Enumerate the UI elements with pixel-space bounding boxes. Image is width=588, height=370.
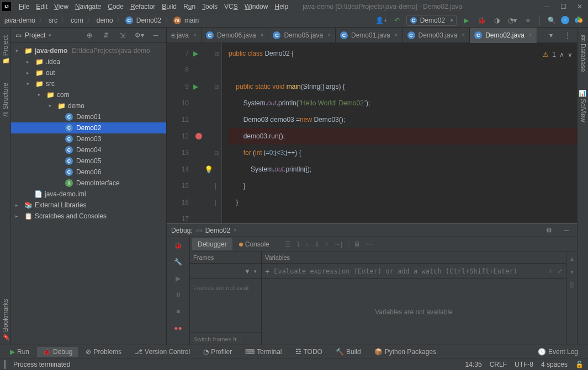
tab-demo03[interactable]: CDemo03.java× (403, 28, 470, 43)
run-button[interactable]: ▶ (460, 14, 472, 26)
resume-button[interactable]: ▶ (173, 274, 183, 283)
tw-profiler[interactable]: ◔Profiler (198, 347, 237, 357)
tree-com[interactable]: ▾📁com (11, 89, 166, 100)
tree-external-libs[interactable]: ▸📚External Libraries (11, 200, 166, 211)
pause-button[interactable]: ⏸ (173, 290, 183, 300)
search-button[interactable]: 🔍 (545, 14, 558, 26)
menu-refactor[interactable]: Refactor (127, 2, 158, 12)
add-button[interactable]: + (549, 267, 553, 275)
tw-run[interactable]: ▶Run (4, 347, 35, 357)
rerun-button[interactable]: 🐞 (173, 240, 183, 250)
debug-config-label[interactable]: Demo02 (205, 227, 230, 234)
code-area[interactable]: ⚠1∧∨ public class Demo02 { public static… (222, 43, 577, 223)
run-gutter[interactable]: ▶ ▶ (193, 43, 204, 223)
tree-iml[interactable]: 📄java-demo.iml (11, 189, 166, 200)
tab-e[interactable]: e.java× (167, 28, 202, 43)
filter-icon[interactable]: ▼ (244, 267, 251, 275)
menu-window[interactable]: Window (241, 2, 272, 12)
tab-demo01[interactable]: CDemo01.java× (336, 28, 403, 43)
add-watch-button[interactable]: + (265, 267, 269, 276)
close-icon[interactable]: × (327, 32, 331, 38)
modify-run-config-button[interactable]: 🔧 (173, 257, 183, 267)
tab-more-button[interactable]: ⋮ (561, 29, 574, 41)
tree-file-demo01[interactable]: CDemo01 (11, 111, 166, 122)
down-button[interactable]: ▾ (570, 268, 574, 276)
close-icon[interactable]: × (395, 32, 398, 38)
icon-gutter[interactable]: 💡 (204, 43, 214, 223)
debug-button[interactable]: 🐞 (475, 14, 488, 26)
tab-demo05[interactable]: CDemo05.java× (268, 28, 336, 43)
run-to-cursor-button[interactable]: →| (334, 240, 342, 248)
tree-file-demo02[interactable]: CDemo02 (11, 122, 166, 133)
tree-file-demo03[interactable]: CDemo03 (11, 133, 166, 144)
menu-edit[interactable]: Edit (33, 2, 51, 12)
tree-src[interactable]: ▾📁src (11, 78, 166, 89)
stop-button[interactable]: ■ (173, 307, 183, 317)
settings-button[interactable]: ⚙▾ (133, 29, 145, 41)
menu-view[interactable]: View (51, 2, 72, 12)
bc-class[interactable]: Demo02 (135, 17, 162, 24)
breakpoints-button[interactable]: ●● (173, 323, 183, 333)
indent[interactable]: 4 spaces (541, 361, 568, 368)
tab-sciview[interactable]: 📊 SciView (578, 86, 588, 125)
evaluate-button[interactable]: 🖩 (354, 240, 361, 248)
maximize-button[interactable]: ☐ (559, 3, 567, 10)
caret-position[interactable]: 14:35 (465, 361, 482, 368)
run-line-icon[interactable]: ▶ (193, 78, 204, 95)
step-into-button[interactable]: ↓ (305, 240, 309, 248)
profile-button[interactable]: ◔▾ (506, 14, 518, 26)
ide-services-button[interactable] (573, 14, 585, 26)
menu-tools[interactable]: Tools (199, 2, 221, 12)
tool-windows-button[interactable] (4, 361, 6, 368)
debug-hide-button[interactable]: ─ (560, 224, 573, 237)
menu-code[interactable]: Code (104, 2, 127, 12)
select-opened-file-button[interactable]: ⊕ (83, 29, 96, 41)
step-out-button[interactable]: ↑ (325, 240, 329, 248)
tw-python-packages[interactable]: 📦Python Packages (369, 347, 442, 357)
tw-build[interactable]: 🔨Build (330, 347, 367, 357)
encoding[interactable]: UTF-8 (515, 361, 533, 368)
debug-settings-button[interactable]: ⚙ (543, 224, 555, 237)
close-icon[interactable]: × (261, 32, 264, 38)
tab-demo02[interactable]: CDemo02.java× (470, 28, 537, 43)
tab-console[interactable]: Console (234, 238, 275, 250)
bc-method[interactable]: main (183, 17, 200, 24)
menu-run[interactable]: Run (180, 2, 199, 12)
tw-problems[interactable]: ⊘Problems (80, 347, 127, 357)
menu-navigate[interactable]: Navigate (72, 2, 104, 12)
bc-root[interactable]: java-demo (3, 17, 36, 24)
tw-todo[interactable]: ☲TODO (290, 347, 328, 357)
show-execution-point-button[interactable]: ☰ (285, 240, 291, 248)
add-config-button[interactable]: 👤+ (375, 14, 388, 26)
close-icon[interactable]: × (462, 32, 465, 38)
menu-file[interactable]: File (15, 2, 33, 12)
copy-button[interactable]: ⎘ (570, 281, 574, 289)
tab-project[interactable]: 📁 Project (1, 32, 10, 68)
tab-database[interactable]: 🗄 Database (578, 32, 588, 75)
tab-debugger[interactable]: Debugger (192, 238, 232, 250)
up-button[interactable]: ▴ (570, 255, 574, 262)
close-button[interactable]: ✕ (576, 3, 584, 10)
filter-dropdown[interactable]: ▾ (254, 269, 257, 274)
bc-com[interactable]: com (70, 17, 84, 24)
force-step-into-button[interactable]: ⇓ (314, 240, 320, 248)
tw-debug[interactable]: 🐞Debug (37, 347, 78, 357)
stop-button[interactable]: ■ (522, 14, 534, 26)
tw-version-control[interactable]: ⎇Version Control (129, 347, 195, 357)
tree-idea[interactable]: ▸📁.idea (11, 56, 166, 67)
bc-src[interactable]: src (47, 17, 59, 24)
tree-demo[interactable]: ▾📁demo (11, 100, 166, 111)
run-line-icon[interactable]: ▶ (193, 45, 204, 62)
expand-button[interactable]: ⤢ (557, 267, 563, 275)
line-ending[interactable]: CRLF (490, 361, 507, 368)
collapse-all-button[interactable]: ⇲ (116, 29, 129, 41)
project-tree[interactable]: ▾📁 java-demo D:\IdeaProjects\java-demo ▸… (11, 43, 166, 345)
tree-file-demo04[interactable]: CDemo04 (11, 144, 166, 155)
close-icon[interactable]: × (193, 32, 197, 38)
update-button[interactable]: ↑ (561, 16, 569, 24)
bulb-icon[interactable]: 💡 (204, 161, 214, 178)
bc-demo[interactable]: demo (96, 17, 114, 24)
evaluate-input[interactable] (274, 267, 544, 275)
tw-terminal[interactable]: ⌨Terminal (240, 347, 287, 357)
run-config-selector[interactable]: C Demo02 (406, 15, 457, 26)
